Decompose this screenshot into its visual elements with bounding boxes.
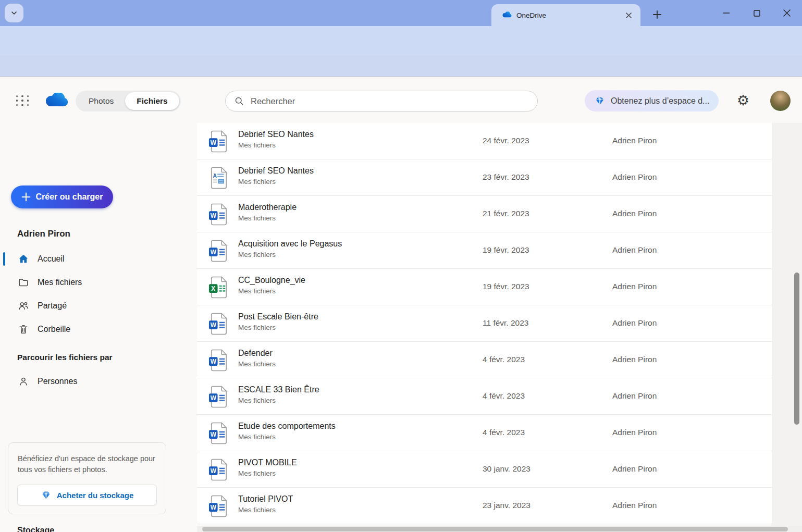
app-launcher-button[interactable] [16,94,29,107]
new-tab-button[interactable] [649,7,665,22]
file-name[interactable]: Debrief SEO Nantes [238,166,314,176]
window-close-button[interactable] [772,0,802,26]
get-more-storage-button[interactable]: Obtenez plus d’espace d... [585,90,719,112]
file-location-link[interactable]: Mes fichiers [238,324,318,331]
tab-photos[interactable]: Photos [77,92,125,110]
view-toggle: Photos Fichiers [76,91,181,112]
file-row[interactable]: X CC_Boulogne_vie Mes fichiers 19 févr. … [197,269,772,305]
tab-close-icon[interactable] [623,9,634,21]
storage-promo-text: Bénéficiez d'un espace de stockage pour … [18,453,156,475]
file-name[interactable]: CC_Boulogne_vie [238,276,305,285]
sidebar-item-accueil[interactable]: Accueil [0,247,177,270]
file-row[interactable]: W Acquisition avec le Pegasus Mes fichie… [197,232,772,269]
file-owner: Adrien Piron [612,501,657,510]
file-location-link[interactable]: Mes fichiers [238,360,276,368]
search-input[interactable] [251,96,529,106]
file-row[interactable]: W Debrief SEO Nantes Mes fichiers 24 fév… [197,123,772,159]
file-row[interactable]: A Debrief SEO Nantes Mes fichiers 23 fév… [197,159,772,196]
file-name[interactable]: Defender [238,349,276,358]
file-location-link[interactable]: Mes fichiers [238,178,314,185]
file-row[interactable]: W Post Escale Bien-être Mes fichiers 11 … [197,305,772,342]
word-file-icon: W [208,130,228,153]
file-modified-date: 19 févr. 2023 [483,245,529,255]
svg-text:X: X [211,285,215,292]
browser-titlebar: OneDrive [0,0,802,26]
sidebar-item-label: Partagé [38,301,67,311]
folder-icon [17,277,30,288]
file-row[interactable]: W PIVOT MOBILE Mes fichiers 30 janv. 202… [197,451,772,488]
create-or-upload-button[interactable]: Créer ou charger [11,185,113,208]
file-row[interactable]: W ESCALE 33 Bien Être Mes fichiers 4 fév… [197,378,772,415]
file-owner: Adrien Piron [612,209,657,218]
word-file-icon: W [208,312,228,336]
file-location-link[interactable]: Mes fichiers [238,397,319,404]
file-name[interactable]: Maderotherapie [238,203,297,212]
tab-search-button[interactable] [5,4,23,22]
sidebar-item-mes-fichiers[interactable]: Mes fichiers [0,270,177,294]
get-more-storage-label: Obtenez plus d’espace d... [611,96,709,106]
gear-icon: ⚙ [737,92,749,109]
file-owner: Adrien Piron [612,464,657,474]
word-file-icon: W [208,239,228,263]
file-name[interactable]: ESCALE 33 Bien Être [238,385,319,394]
file-name[interactable]: Post Escale Bien-être [238,312,318,321]
word-file-icon: W [208,385,228,409]
browser-tab-onedrive[interactable]: OneDrive [491,4,640,26]
file-location-link[interactable]: Mes fichiers [238,287,305,295]
file-name[interactable]: Debrief SEO Nantes [238,130,314,139]
plus-icon [653,10,661,19]
create-or-upload-label: Créer ou charger [36,192,103,202]
settings-button[interactable]: ⚙ [734,92,752,109]
file-row[interactable]: W Maderotherapie Mes fichiers 21 févr. 2… [197,196,772,232]
horizontal-scrollbar[interactable] [202,527,788,531]
svg-text:W: W [211,321,217,329]
file-row[interactable]: W Defender Mes fichiers 4 févr. 2023 Adr… [197,342,772,378]
file-location-link[interactable]: Mes fichiers [238,214,297,222]
storage-title: Stockage [17,526,54,532]
svg-text:W: W [211,394,217,402]
minimize-icon [723,9,730,17]
buy-storage-button[interactable]: Acheter du stockage [17,485,157,505]
file-owner: Adrien Piron [612,136,657,145]
file-owner: Adrien Piron [612,282,657,291]
word-file-icon: W [208,458,228,481]
file-location-link[interactable]: Mes fichiers [238,251,342,258]
excel-file-icon: X [208,276,228,299]
buy-storage-label: Acheter du stockage [57,491,134,500]
sidebar-item-personnes[interactable]: Personnes [0,369,177,393]
onedrive-favicon [502,11,512,19]
file-row[interactable]: W Tutoriel PIVOT Mes fichiers 23 janv. 2… [197,488,772,524]
vertical-scrollbar[interactable] [794,273,799,425]
file-owner: Adrien Piron [612,428,657,437]
storage-promo-card: Bénéficiez d'un espace de stockage pour … [8,442,166,514]
tab-files[interactable]: Fichiers [125,92,179,110]
svg-text:A: A [213,173,217,179]
file-location-link[interactable]: Mes fichiers [238,506,293,514]
file-name[interactable]: Etude des comportements [238,422,336,431]
sidebar-item-label: Corbeille [38,325,70,334]
window-maximize-button[interactable] [742,0,772,26]
selected-indicator [3,252,5,266]
file-name[interactable]: PIVOT MOBILE [238,458,297,467]
account-avatar[interactable] [770,91,791,111]
word-file-icon: W [208,494,228,518]
file-location-link[interactable]: Mes fichiers [238,433,336,441]
file-name[interactable]: Acquisition avec le Pegasus [238,239,342,249]
sidebar-item-partage[interactable]: Partagé [0,294,177,317]
file-modified-date: 4 févr. 2023 [483,428,525,437]
svg-text:W: W [211,212,217,219]
maximize-icon [754,10,760,17]
onedrive-header: Photos Fichiers Obtenez plus d’espace d.… [0,77,802,123]
sidebar-item-corbeille[interactable]: Corbeille [0,317,177,341]
onedrive-logo[interactable] [44,93,70,109]
file-name[interactable]: Tutoriel PIVOT [238,494,293,504]
window-minimize-button[interactable] [711,0,742,26]
file-modified-date: 19 févr. 2023 [483,282,529,291]
file-location-link[interactable]: Mes fichiers [238,469,297,477]
search-bar[interactable] [225,91,538,112]
plus-icon [21,192,31,202]
svg-text:W: W [211,139,217,146]
file-row[interactable]: W Etude des comportements Mes fichiers 4… [197,415,772,451]
svg-text:W: W [211,358,217,365]
file-location-link[interactable]: Mes fichiers [238,141,314,149]
